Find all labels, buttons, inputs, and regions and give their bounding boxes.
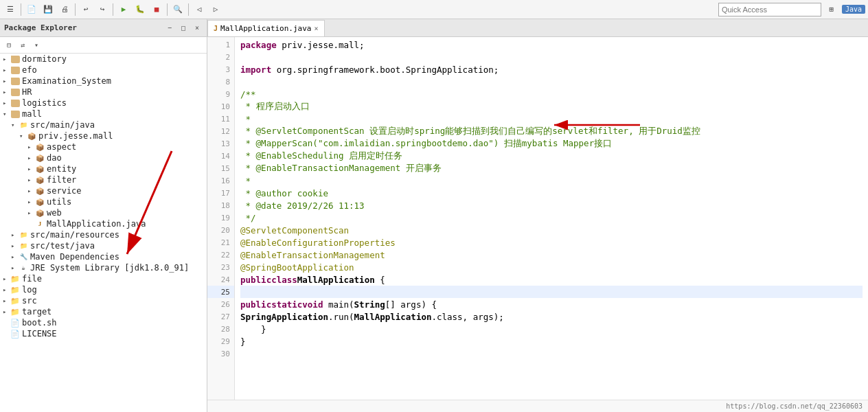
line-number-2: 2 (207, 51, 234, 63)
package-icon: 📦 (34, 186, 45, 196)
toolbar-btn-stop[interactable]: ■ (149, 2, 164, 17)
folder-icon: 📁 (10, 296, 21, 306)
tree-item-dao[interactable]: ▸📦dao (0, 152, 207, 163)
explorer-minimize-btn[interactable]: − (164, 23, 175, 34)
tree-item-file[interactable]: ▸📁file (0, 273, 207, 284)
tree-item-src-test-java[interactable]: ▸📁src/test/java (0, 240, 207, 251)
collapse-arrow: ▸ (3, 89, 10, 95)
code-area[interactable]: 1238910111213141516171819202122232425262… (207, 37, 868, 400)
tree-item-license[interactable]: 📄LICENSE (0, 328, 207, 339)
tree-item-label: priv.jesse.mall (38, 131, 113, 141)
package-icon: 📦 (34, 164, 45, 174)
toolbar-btn-search[interactable]: 🔍 (170, 2, 185, 17)
quick-access-input[interactable] (718, 3, 821, 16)
line-number-25: 25 (207, 286, 234, 298)
tree-item-label: log (22, 285, 37, 295)
tree-item-mallapplication[interactable]: JMallApplication.java (0, 218, 207, 229)
tree-item-label: Maven Dependencies (30, 252, 119, 262)
toolbar-btn-new[interactable]: 📄 (24, 2, 39, 17)
toolbar-right: ⊞ Java (718, 2, 865, 17)
code-line-30 (240, 347, 863, 360)
line-number-27: 27 (207, 310, 234, 323)
tree-item-label: dao (47, 153, 62, 163)
package-icon: 📦 (26, 131, 37, 141)
code-line-27: SpringApplication.run(MallApplication.cl… (240, 310, 863, 323)
package-icon: 📦 (34, 175, 45, 185)
toolbar-btn-save[interactable]: 💾 (41, 2, 56, 17)
toolbar-btn-undo[interactable]: ↩ (78, 2, 93, 17)
collapse-arrow: ▸ (11, 264, 18, 271)
explorer-header: Package Explorer − □ × (0, 19, 207, 37)
tree-item-entity[interactable]: ▸📦entity (0, 163, 207, 174)
tree-item-label: mall (22, 109, 42, 119)
tree-item-utils[interactable]: ▸📦utils (0, 196, 207, 207)
tree-item-mall[interactable]: ▾mall (0, 108, 207, 119)
tree-item-service[interactable]: ▸📦service (0, 185, 207, 196)
tree-item-target[interactable]: ▸📁target (0, 306, 207, 317)
package-icon: 📦 (34, 153, 45, 163)
tree-item-src-main-resources[interactable]: ▸📁src/main/resources (0, 229, 207, 240)
tree-item-label: efo (22, 65, 37, 75)
toolbar-layout-btn[interactable]: ⊞ (824, 2, 839, 17)
toolbar-btn-prev[interactable]: ◁ (192, 2, 207, 17)
main-area: Package Explorer − □ × ⊟ ⇄ ▾ ▸dormitory▸… (0, 19, 868, 412)
sep-2 (75, 3, 76, 16)
src-icon: 📁 (18, 241, 29, 251)
toolbar-btn-next[interactable]: ▷ (208, 2, 223, 17)
link-editor-btn[interactable]: ⇄ (16, 39, 29, 52)
project-icon (10, 76, 21, 86)
line-number-18: 18 (207, 199, 234, 211)
tree-item-jre[interactable]: ▸☕JRE System Library [jdk1.8.0_91] (0, 262, 207, 273)
sep-4 (167, 3, 168, 16)
tree-item-src[interactable]: ▸📁src (0, 295, 207, 306)
toolbar-btn-redo[interactable]: ↪ (95, 2, 110, 17)
tree-item-label: file (22, 274, 42, 284)
tree-item-label: src/test/java (30, 241, 95, 251)
tree-item-filter[interactable]: ▸📦filter (0, 174, 207, 185)
editor-tab-mallapplication[interactable]: J MallApplication.java × (207, 20, 325, 36)
view-menu-btn[interactable]: ▾ (30, 39, 43, 52)
explorer-maximize-btn[interactable]: □ (178, 23, 189, 34)
tree-item-dormitory[interactable]: ▸dormitory (0, 54, 207, 65)
tree-item-priv-jesse-mall[interactable]: ▾📦priv.jesse.mall (0, 130, 207, 141)
tree-item-bootsh[interactable]: 📄boot.sh (0, 317, 207, 328)
code-content[interactable]: package priv.jesse.mall;import org.sprin… (235, 37, 868, 400)
tree-item-src-main-java[interactable]: ▾📁src/main/java (0, 119, 207, 130)
tree-item-label: service (47, 186, 82, 196)
code-line-11: * (240, 113, 863, 125)
folder-icon: 📁 (10, 285, 21, 295)
package-explorer-panel: Package Explorer − □ × ⊟ ⇄ ▾ ▸dormitory▸… (0, 19, 207, 412)
tree-item-label: JRE System Library [jdk1.8.0_91] (30, 263, 189, 273)
toolbar-btn-run[interactable]: ▶ (116, 2, 131, 17)
tree-item-log[interactable]: ▸📁log (0, 284, 207, 295)
explorer-close-btn[interactable]: × (192, 23, 203, 34)
code-line-29: } (240, 335, 863, 347)
sep-1 (21, 3, 21, 16)
tree-item-hr[interactable]: ▸HR (0, 87, 207, 98)
tree-item-logistics[interactable]: ▸logistics (0, 98, 207, 108)
toolbar-btn-1[interactable]: ☰ (3, 2, 18, 17)
tree-item-web[interactable]: ▸📦web (0, 207, 207, 218)
tree-item-label: dormitory (22, 54, 67, 64)
tree-item-examination[interactable]: ▸Examination_System (0, 76, 207, 87)
line-number-9: 9 (207, 88, 234, 100)
bottom-bar: https://blog.csdn.net/qq_22360603 (207, 400, 868, 412)
line-numbers: 1238910111213141516171819202122232425262… (207, 37, 235, 400)
toolbar-btn-print[interactable]: 🖨 (57, 2, 72, 17)
code-line-18: * @date 2019/2/26 11:13 (240, 199, 863, 211)
code-line-20: @ServletComponentScan (240, 224, 863, 236)
expand-arrow: ▾ (3, 111, 10, 117)
tab-title: MallApplication.java (220, 24, 311, 33)
jre-icon: ☕ (18, 263, 29, 273)
toolbar-btn-debug[interactable]: 🐛 (133, 2, 148, 17)
tab-close-btn[interactable]: × (314, 25, 318, 32)
collapse-arrow: ▸ (3, 78, 10, 84)
tree-item-label: filter (47, 175, 76, 185)
tree-item-efo[interactable]: ▸efo (0, 65, 207, 76)
package-icon: 📦 (34, 197, 45, 207)
tree-item-aspect[interactable]: ▸📦aspect (0, 141, 207, 152)
tree-item-maven-deps[interactable]: ▸🔧Maven Dependencies (0, 251, 207, 262)
collapse-all-btn[interactable]: ⊟ (3, 39, 15, 52)
line-number-13: 13 (207, 137, 234, 150)
code-line-26: public static void main(String[] args) { (240, 298, 863, 310)
